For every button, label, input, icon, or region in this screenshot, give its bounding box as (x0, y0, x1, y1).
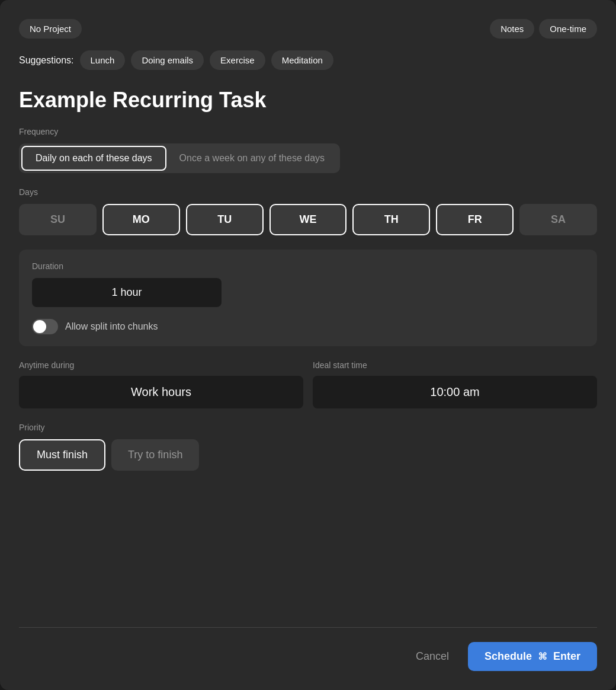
toggle-knob (33, 320, 46, 333)
suggestion-lunch[interactable]: Lunch (80, 50, 126, 70)
frequency-section: Frequency Daily on each of these days On… (19, 127, 597, 173)
one-time-button[interactable]: One-time (539, 19, 597, 39)
time-section: Anytime during Work hours Ideal start ti… (19, 360, 597, 408)
priority-must-finish[interactable]: Must finish (19, 439, 105, 471)
schedule-button[interactable]: Schedule ⌘ Enter (468, 642, 597, 671)
days-row: SU MO TU WE TH FR SA (19, 204, 597, 235)
top-bar-right: Notes One-time (490, 19, 597, 39)
day-fr[interactable]: FR (436, 204, 514, 235)
day-mo[interactable]: MO (102, 204, 180, 235)
ideal-start-value[interactable]: 10:00 am (313, 376, 597, 408)
split-label: Allow split into chunks (65, 321, 158, 332)
anytime-col: Anytime during Work hours (19, 360, 303, 408)
suggestions-label: Suggestions: (19, 55, 74, 66)
anytime-value[interactable]: Work hours (19, 376, 303, 408)
cmd-icon: ⌘ (538, 651, 547, 662)
day-th[interactable]: TH (352, 204, 430, 235)
freq-weekly-button[interactable]: Once a week on any of these days (166, 146, 338, 171)
suggestion-doing-emails[interactable]: Doing emails (131, 50, 204, 70)
modal-container: No Project Notes One-time Suggestions: L… (0, 0, 616, 690)
days-section: Days SU MO TU WE TH FR SA (19, 187, 597, 235)
anytime-label: Anytime during (19, 360, 303, 370)
priority-label: Priority (19, 423, 597, 432)
ideal-start-label: Ideal start time (313, 360, 597, 370)
suggestions-row: Suggestions: Lunch Doing emails Exercise… (19, 50, 597, 70)
frequency-toggle: Daily on each of these days Once a week … (19, 143, 340, 173)
cancel-button[interactable]: Cancel (406, 644, 458, 669)
no-project-button[interactable]: No Project (19, 19, 82, 39)
freq-daily-button[interactable]: Daily on each of these days (21, 146, 166, 171)
day-sa[interactable]: SA (519, 204, 597, 235)
frequency-label: Frequency (19, 127, 597, 136)
divider (19, 627, 597, 628)
duration-input[interactable]: 1 hour (32, 278, 222, 307)
day-tu[interactable]: TU (186, 204, 264, 235)
days-label: Days (19, 187, 597, 197)
priority-try-to-finish[interactable]: Try to finish (111, 439, 199, 471)
task-title: Example Recurring Task (19, 88, 597, 113)
ideal-start-col: Ideal start time 10:00 am (313, 360, 597, 408)
notes-button[interactable]: Notes (490, 19, 534, 39)
duration-section: Duration 1 hour Allow split into chunks (19, 250, 597, 346)
day-we[interactable]: WE (270, 204, 347, 235)
priority-toggle: Must finish Try to finish (19, 439, 597, 471)
priority-section: Priority Must finish Try to finish (19, 423, 597, 471)
top-bar: No Project Notes One-time (19, 19, 597, 39)
day-su[interactable]: SU (19, 204, 97, 235)
suggestion-exercise[interactable]: Exercise (210, 50, 265, 70)
split-toggle-row: Allow split into chunks (32, 319, 584, 334)
split-toggle[interactable] (32, 319, 58, 334)
bottom-bar: Cancel Schedule ⌘ Enter (19, 642, 597, 671)
schedule-label: Schedule (485, 650, 532, 663)
enter-label: Enter (553, 650, 580, 663)
duration-label: Duration (32, 261, 584, 271)
top-bar-left: No Project (19, 19, 82, 39)
suggestion-meditation[interactable]: Meditation (271, 50, 333, 70)
